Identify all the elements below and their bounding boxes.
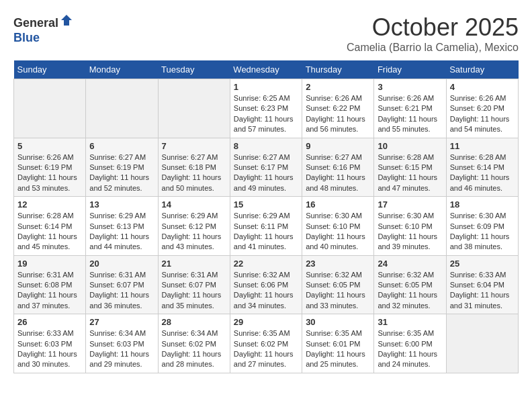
weekday-tuesday: Tuesday [158, 60, 230, 79]
day-number: 19 [17, 259, 82, 269]
day-number: 18 [450, 199, 515, 210]
day-number: 29 [234, 317, 298, 327]
weekday-wednesday: Wednesday [230, 60, 302, 79]
calendar-cell: 11Sunrise: 6:28 AM Sunset: 6:14 PM Dayli… [446, 138, 518, 197]
calendar-cell: 9Sunrise: 6:27 AM Sunset: 6:16 PM Daylig… [302, 138, 374, 197]
day-number: 27 [89, 317, 154, 327]
calendar-cell: 26Sunrise: 6:33 AM Sunset: 6:03 PM Dayli… [14, 314, 86, 373]
day-info: Sunrise: 6:35 AM Sunset: 6:02 PM Dayligh… [234, 328, 298, 370]
day-info: Sunrise: 6:34 AM Sunset: 6:03 PM Dayligh… [89, 328, 154, 370]
day-number: 22 [234, 259, 298, 269]
svg-marker-0 [61, 15, 72, 26]
calendar-cell: 30Sunrise: 6:35 AM Sunset: 6:01 PM Dayli… [302, 314, 374, 373]
calendar-cell: 10Sunrise: 6:28 AM Sunset: 6:15 PM Dayli… [374, 138, 446, 197]
month-title: October 2025 [347, 13, 519, 42]
week-row-2: 5Sunrise: 6:26 AM Sunset: 6:19 PM Daylig… [14, 138, 519, 197]
day-info: Sunrise: 6:35 AM Sunset: 6:00 PM Dayligh… [378, 328, 442, 370]
day-number: 20 [89, 259, 154, 269]
day-info: Sunrise: 6:27 AM Sunset: 6:19 PM Dayligh… [89, 152, 154, 194]
day-info: Sunrise: 6:29 AM Sunset: 6:12 PM Dayligh… [162, 211, 226, 253]
day-number: 14 [162, 199, 226, 210]
calendar-cell: 6Sunrise: 6:27 AM Sunset: 6:19 PM Daylig… [86, 138, 158, 197]
calendar-cell: 23Sunrise: 6:32 AM Sunset: 6:05 PM Dayli… [302, 255, 374, 314]
week-row-5: 26Sunrise: 6:33 AM Sunset: 6:03 PM Dayli… [14, 314, 519, 373]
day-number: 1 [234, 82, 298, 92]
day-info: Sunrise: 6:29 AM Sunset: 6:13 PM Dayligh… [89, 211, 154, 253]
day-info: Sunrise: 6:27 AM Sunset: 6:18 PM Dayligh… [162, 152, 226, 194]
calendar-cell: 16Sunrise: 6:30 AM Sunset: 6:10 PM Dayli… [302, 197, 374, 256]
calendar-cell: 3Sunrise: 6:26 AM Sunset: 6:21 PM Daylig… [374, 79, 446, 138]
day-info: Sunrise: 6:27 AM Sunset: 6:16 PM Dayligh… [306, 152, 370, 194]
day-number: 8 [234, 141, 298, 151]
weekday-sunday: Sunday [14, 60, 86, 79]
day-number: 17 [378, 199, 442, 210]
location-title: Camelia (Barrio la Camelia), Mexico [347, 42, 519, 54]
week-row-1: 1Sunrise: 6:25 AM Sunset: 6:23 PM Daylig… [14, 79, 519, 138]
day-info: Sunrise: 6:29 AM Sunset: 6:11 PM Dayligh… [234, 211, 298, 253]
day-number: 25 [450, 259, 515, 269]
day-number: 10 [378, 141, 442, 151]
calendar-cell: 17Sunrise: 6:30 AM Sunset: 6:10 PM Dayli… [374, 197, 446, 256]
day-number: 31 [378, 317, 442, 327]
day-number: 13 [89, 199, 154, 210]
calendar-cell: 31Sunrise: 6:35 AM Sunset: 6:00 PM Dayli… [374, 314, 446, 373]
calendar-cell: 19Sunrise: 6:31 AM Sunset: 6:08 PM Dayli… [14, 255, 86, 314]
day-number: 15 [234, 199, 298, 210]
day-info: Sunrise: 6:26 AM Sunset: 6:19 PM Dayligh… [17, 152, 82, 194]
title-block: October 2025 Camelia (Barrio la Camelia)… [347, 13, 519, 54]
day-info: Sunrise: 6:30 AM Sunset: 6:09 PM Dayligh… [450, 211, 515, 253]
logo: General Blue [13, 13, 73, 45]
weekday-saturday: Saturday [446, 60, 518, 79]
day-info: Sunrise: 6:25 AM Sunset: 6:23 PM Dayligh… [234, 93, 298, 135]
calendar-cell: 7Sunrise: 6:27 AM Sunset: 6:18 PM Daylig… [158, 138, 230, 197]
day-number: 24 [378, 259, 442, 269]
calendar-table: SundayMondayTuesdayWednesdayThursdayFrid… [13, 60, 519, 373]
calendar-cell: 14Sunrise: 6:29 AM Sunset: 6:12 PM Dayli… [158, 197, 230, 256]
calendar-cell: 21Sunrise: 6:31 AM Sunset: 6:07 PM Dayli… [158, 255, 230, 314]
day-info: Sunrise: 6:27 AM Sunset: 6:17 PM Dayligh… [234, 152, 298, 194]
day-info: Sunrise: 6:33 AM Sunset: 6:03 PM Dayligh… [17, 328, 82, 370]
day-info: Sunrise: 6:26 AM Sunset: 6:20 PM Dayligh… [450, 93, 515, 135]
day-info: Sunrise: 6:33 AM Sunset: 6:04 PM Dayligh… [450, 270, 515, 312]
day-number: 6 [89, 141, 154, 151]
calendar-cell: 12Sunrise: 6:28 AM Sunset: 6:14 PM Dayli… [14, 197, 86, 256]
calendar-cell [446, 314, 518, 373]
calendar-cell: 24Sunrise: 6:32 AM Sunset: 6:05 PM Dayli… [374, 255, 446, 314]
calendar-cell: 1Sunrise: 6:25 AM Sunset: 6:23 PM Daylig… [230, 79, 302, 138]
logo-icon [60, 13, 73, 27]
day-info: Sunrise: 6:26 AM Sunset: 6:22 PM Dayligh… [306, 93, 370, 135]
week-row-4: 19Sunrise: 6:31 AM Sunset: 6:08 PM Dayli… [14, 255, 519, 314]
calendar-cell [158, 79, 230, 138]
calendar-cell: 25Sunrise: 6:33 AM Sunset: 6:04 PM Dayli… [446, 255, 518, 314]
day-number: 3 [378, 82, 442, 92]
calendar-cell: 4Sunrise: 6:26 AM Sunset: 6:20 PM Daylig… [446, 79, 518, 138]
calendar-cell: 13Sunrise: 6:29 AM Sunset: 6:13 PM Dayli… [86, 197, 158, 256]
day-info: Sunrise: 6:32 AM Sunset: 6:06 PM Dayligh… [234, 270, 298, 312]
day-info: Sunrise: 6:30 AM Sunset: 6:10 PM Dayligh… [306, 211, 370, 253]
calendar-cell: 5Sunrise: 6:26 AM Sunset: 6:19 PM Daylig… [14, 138, 86, 197]
day-info: Sunrise: 6:31 AM Sunset: 6:07 PM Dayligh… [162, 270, 226, 312]
week-row-3: 12Sunrise: 6:28 AM Sunset: 6:14 PM Dayli… [14, 197, 519, 256]
calendar-cell [14, 79, 86, 138]
calendar-cell: 22Sunrise: 6:32 AM Sunset: 6:06 PM Dayli… [230, 255, 302, 314]
day-number: 16 [306, 199, 370, 210]
day-number: 28 [162, 317, 226, 327]
day-info: Sunrise: 6:35 AM Sunset: 6:01 PM Dayligh… [306, 328, 370, 370]
day-info: Sunrise: 6:32 AM Sunset: 6:05 PM Dayligh… [306, 270, 370, 312]
logo-blue: Blue [13, 31, 40, 44]
calendar-cell [86, 79, 158, 138]
calendar-cell: 27Sunrise: 6:34 AM Sunset: 6:03 PM Dayli… [86, 314, 158, 373]
day-number: 11 [450, 141, 515, 151]
day-number: 4 [450, 82, 515, 92]
weekday-header-row: SundayMondayTuesdayWednesdayThursdayFrid… [14, 60, 519, 79]
weekday-friday: Friday [374, 60, 446, 79]
day-info: Sunrise: 6:28 AM Sunset: 6:14 PM Dayligh… [450, 152, 515, 194]
day-info: Sunrise: 6:30 AM Sunset: 6:10 PM Dayligh… [378, 211, 442, 253]
day-number: 12 [17, 199, 82, 210]
calendar-cell: 15Sunrise: 6:29 AM Sunset: 6:11 PM Dayli… [230, 197, 302, 256]
day-info: Sunrise: 6:32 AM Sunset: 6:05 PM Dayligh… [378, 270, 442, 312]
day-info: Sunrise: 6:31 AM Sunset: 6:08 PM Dayligh… [17, 270, 82, 312]
day-number: 5 [17, 141, 82, 151]
day-number: 30 [306, 317, 370, 327]
calendar-cell: 18Sunrise: 6:30 AM Sunset: 6:09 PM Dayli… [446, 197, 518, 256]
